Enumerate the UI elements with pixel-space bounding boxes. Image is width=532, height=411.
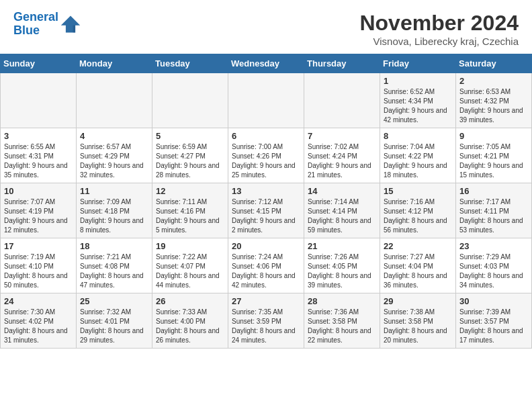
day-info: Sunrise: 6:59 AM Sunset: 4:27 PM Dayligh… bbox=[156, 142, 224, 180]
day-number: 12 bbox=[156, 186, 224, 196]
day-info: Sunrise: 7:39 AM Sunset: 3:57 PM Dayligh… bbox=[459, 308, 528, 345]
calendar-day-cell: 9Sunrise: 7:05 AM Sunset: 4:21 PM Daylig… bbox=[456, 128, 532, 183]
day-info: Sunrise: 7:27 AM Sunset: 4:04 PM Dayligh… bbox=[384, 253, 452, 290]
day-info: Sunrise: 7:38 AM Sunset: 3:58 PM Dayligh… bbox=[384, 308, 452, 345]
day-number: 16 bbox=[459, 186, 528, 196]
calendar-day-cell: 23Sunrise: 7:29 AM Sunset: 4:03 PM Dayli… bbox=[456, 238, 532, 293]
logo-text: GeneralBlue bbox=[13, 11, 58, 38]
logo-icon bbox=[60, 13, 81, 35]
day-number: 30 bbox=[459, 296, 528, 306]
calendar-day-cell: 6Sunrise: 7:00 AM Sunset: 4:26 PM Daylig… bbox=[228, 128, 304, 183]
day-number: 15 bbox=[384, 186, 452, 196]
day-number: 14 bbox=[308, 186, 376, 196]
day-info: Sunrise: 7:09 AM Sunset: 4:18 PM Dayligh… bbox=[80, 197, 148, 235]
calendar-week-row: 10Sunrise: 7:07 AM Sunset: 4:19 PM Dayli… bbox=[1, 183, 532, 238]
day-number: 9 bbox=[459, 131, 528, 141]
col-header-saturday: Saturday bbox=[456, 54, 532, 73]
month-title: November 2024 bbox=[359, 11, 519, 36]
day-info: Sunrise: 7:26 AM Sunset: 4:05 PM Dayligh… bbox=[308, 253, 376, 290]
col-header-sunday: Sunday bbox=[1, 54, 77, 73]
calendar-day-cell bbox=[152, 73, 228, 128]
day-info: Sunrise: 7:12 AM Sunset: 4:15 PM Dayligh… bbox=[232, 197, 300, 235]
calendar-table: SundayMondayTuesdayWednesdayThursdayFrid… bbox=[0, 54, 532, 349]
calendar-day-cell bbox=[304, 73, 380, 128]
day-info: Sunrise: 7:02 AM Sunset: 4:24 PM Dayligh… bbox=[308, 142, 376, 180]
day-info: Sunrise: 7:00 AM Sunset: 4:26 PM Dayligh… bbox=[232, 142, 300, 180]
calendar-day-cell bbox=[228, 73, 304, 128]
day-info: Sunrise: 7:22 AM Sunset: 4:07 PM Dayligh… bbox=[156, 253, 224, 290]
col-header-tuesday: Tuesday bbox=[152, 54, 228, 73]
calendar-week-row: 17Sunrise: 7:19 AM Sunset: 4:10 PM Dayli… bbox=[1, 238, 532, 293]
calendar-day-cell: 19Sunrise: 7:22 AM Sunset: 4:07 PM Dayli… bbox=[152, 238, 228, 293]
calendar-day-cell bbox=[77, 73, 152, 128]
day-number: 29 bbox=[384, 296, 452, 306]
day-number: 18 bbox=[80, 241, 148, 251]
day-number: 17 bbox=[4, 241, 73, 251]
day-info: Sunrise: 7:11 AM Sunset: 4:16 PM Dayligh… bbox=[156, 197, 224, 235]
day-info: Sunrise: 6:55 AM Sunset: 4:31 PM Dayligh… bbox=[4, 142, 73, 180]
logo: GeneralBlue bbox=[13, 11, 81, 38]
day-info: Sunrise: 7:07 AM Sunset: 4:19 PM Dayligh… bbox=[4, 197, 73, 235]
calendar-day-cell: 20Sunrise: 7:24 AM Sunset: 4:06 PM Dayli… bbox=[228, 238, 304, 293]
calendar-day-cell: 3Sunrise: 6:55 AM Sunset: 4:31 PM Daylig… bbox=[1, 128, 77, 183]
svg-marker-0 bbox=[61, 15, 80, 32]
day-number: 21 bbox=[308, 241, 376, 251]
calendar-day-cell: 14Sunrise: 7:14 AM Sunset: 4:14 PM Dayli… bbox=[304, 183, 380, 238]
day-info: Sunrise: 7:35 AM Sunset: 3:59 PM Dayligh… bbox=[232, 308, 300, 345]
col-header-thursday: Thursday bbox=[304, 54, 380, 73]
calendar-day-cell: 4Sunrise: 6:57 AM Sunset: 4:29 PM Daylig… bbox=[77, 128, 152, 183]
day-number: 11 bbox=[80, 186, 148, 196]
day-info: Sunrise: 7:05 AM Sunset: 4:21 PM Dayligh… bbox=[459, 142, 528, 180]
day-number: 8 bbox=[384, 131, 452, 141]
day-number: 2 bbox=[459, 76, 528, 86]
day-number: 10 bbox=[4, 186, 73, 196]
calendar-day-cell: 24Sunrise: 7:30 AM Sunset: 4:02 PM Dayli… bbox=[1, 293, 77, 349]
calendar-day-cell: 13Sunrise: 7:12 AM Sunset: 4:15 PM Dayli… bbox=[228, 183, 304, 238]
calendar-day-cell: 10Sunrise: 7:07 AM Sunset: 4:19 PM Dayli… bbox=[1, 183, 77, 238]
day-number: 4 bbox=[80, 131, 148, 141]
day-number: 22 bbox=[384, 241, 452, 251]
calendar-day-cell: 1Sunrise: 6:52 AM Sunset: 4:34 PM Daylig… bbox=[380, 73, 456, 128]
calendar-day-cell: 21Sunrise: 7:26 AM Sunset: 4:05 PM Dayli… bbox=[304, 238, 380, 293]
col-header-friday: Friday bbox=[380, 54, 456, 73]
calendar-day-cell: 25Sunrise: 7:32 AM Sunset: 4:01 PM Dayli… bbox=[77, 293, 152, 349]
day-info: Sunrise: 7:17 AM Sunset: 4:11 PM Dayligh… bbox=[459, 197, 528, 235]
calendar-day-cell: 30Sunrise: 7:39 AM Sunset: 3:57 PM Dayli… bbox=[456, 293, 532, 349]
calendar-week-row: 3Sunrise: 6:55 AM Sunset: 4:31 PM Daylig… bbox=[1, 128, 532, 183]
calendar-day-cell: 5Sunrise: 6:59 AM Sunset: 4:27 PM Daylig… bbox=[152, 128, 228, 183]
day-number: 26 bbox=[156, 296, 224, 306]
calendar-week-row: 24Sunrise: 7:30 AM Sunset: 4:02 PM Dayli… bbox=[1, 293, 532, 349]
title-block: November 2024 Visnova, Liberecky kraj, C… bbox=[359, 11, 519, 47]
calendar-day-cell: 28Sunrise: 7:36 AM Sunset: 3:58 PM Dayli… bbox=[304, 293, 380, 349]
calendar-day-cell: 22Sunrise: 7:27 AM Sunset: 4:04 PM Dayli… bbox=[380, 238, 456, 293]
day-info: Sunrise: 7:19 AM Sunset: 4:10 PM Dayligh… bbox=[4, 253, 73, 290]
day-info: Sunrise: 7:32 AM Sunset: 4:01 PM Dayligh… bbox=[80, 308, 148, 345]
calendar-day-cell: 26Sunrise: 7:33 AM Sunset: 4:00 PM Dayli… bbox=[152, 293, 228, 349]
day-info: Sunrise: 7:33 AM Sunset: 4:00 PM Dayligh… bbox=[156, 308, 224, 345]
day-info: Sunrise: 6:57 AM Sunset: 4:29 PM Dayligh… bbox=[80, 142, 148, 180]
day-info: Sunrise: 6:53 AM Sunset: 4:32 PM Dayligh… bbox=[459, 87, 528, 125]
day-info: Sunrise: 7:16 AM Sunset: 4:12 PM Dayligh… bbox=[384, 197, 452, 235]
calendar-day-cell: 27Sunrise: 7:35 AM Sunset: 3:59 PM Dayli… bbox=[228, 293, 304, 349]
day-number: 7 bbox=[308, 131, 376, 141]
day-number: 6 bbox=[232, 131, 300, 141]
calendar-day-cell: 11Sunrise: 7:09 AM Sunset: 4:18 PM Dayli… bbox=[77, 183, 152, 238]
page-header: GeneralBlue November 2024 Visnova, Liber… bbox=[0, 0, 532, 54]
day-number: 23 bbox=[459, 241, 528, 251]
calendar-week-row: 1Sunrise: 6:52 AM Sunset: 4:34 PM Daylig… bbox=[1, 73, 532, 128]
day-info: Sunrise: 6:52 AM Sunset: 4:34 PM Dayligh… bbox=[384, 87, 452, 125]
location: Visnova, Liberecky kraj, Czechia bbox=[359, 36, 519, 47]
day-number: 3 bbox=[4, 131, 73, 141]
calendar-day-cell: 12Sunrise: 7:11 AM Sunset: 4:16 PM Dayli… bbox=[152, 183, 228, 238]
day-number: 20 bbox=[232, 241, 300, 251]
day-info: Sunrise: 7:24 AM Sunset: 4:06 PM Dayligh… bbox=[232, 253, 300, 290]
day-info: Sunrise: 7:29 AM Sunset: 4:03 PM Dayligh… bbox=[459, 253, 528, 290]
calendar-day-cell: 29Sunrise: 7:38 AM Sunset: 3:58 PM Dayli… bbox=[380, 293, 456, 349]
day-info: Sunrise: 7:21 AM Sunset: 4:08 PM Dayligh… bbox=[80, 253, 148, 290]
calendar-header-row: SundayMondayTuesdayWednesdayThursdayFrid… bbox=[1, 54, 532, 73]
col-header-wednesday: Wednesday bbox=[228, 54, 304, 73]
day-info: Sunrise: 7:36 AM Sunset: 3:58 PM Dayligh… bbox=[308, 308, 376, 345]
calendar-day-cell: 2Sunrise: 6:53 AM Sunset: 4:32 PM Daylig… bbox=[456, 73, 532, 128]
day-number: 13 bbox=[232, 186, 300, 196]
day-number: 24 bbox=[4, 296, 73, 306]
